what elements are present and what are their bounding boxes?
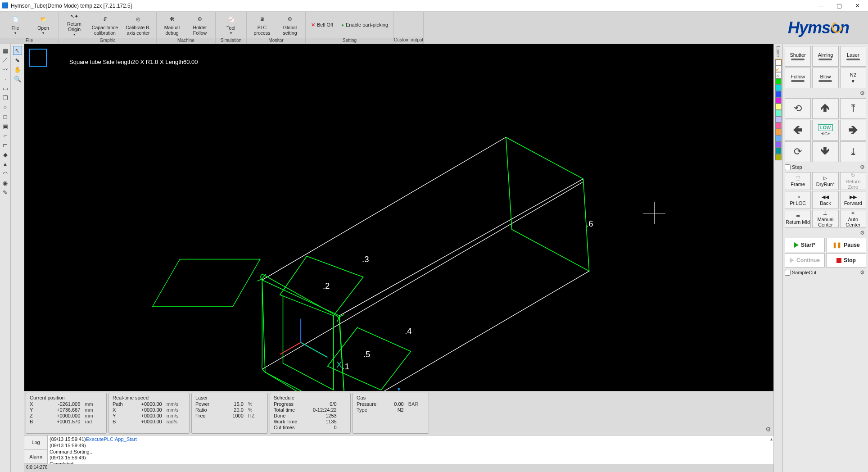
layer-chip[interactable] [775, 104, 782, 110]
btn-pause[interactable]: ❚❚Pause [826, 238, 866, 252]
layer-chip[interactable] [775, 97, 782, 104]
btn-left[interactable]: 🡸 [785, 120, 811, 141]
btn-z-up[interactable]: ⤒ [840, 98, 866, 119]
target2-icon[interactable]: ◉ [1, 178, 10, 187]
flame-icon[interactable]: ▲ [1, 159, 10, 168]
btn-laser[interactable]: Laser [840, 46, 866, 67]
gear-icon[interactable]: ⚙ [860, 164, 866, 170]
layer-chip[interactable]: ✔ [775, 66, 782, 72]
btn-right[interactable]: 🡺 [840, 120, 866, 141]
btn-gas[interactable]: N2▼ [840, 68, 866, 88]
rect-icon[interactable]: ▭ [1, 84, 10, 93]
ribbon-tool[interactable]: 📈Tool▾ [217, 13, 244, 37]
btn-blow[interactable]: Blow [812, 68, 838, 88]
layer-chip[interactable] [775, 78, 782, 85]
layer-chip[interactable] [775, 148, 782, 154]
bracket-icon[interactable]: ⊏ [1, 141, 10, 150]
viewport[interactable]: Square tube Side length20 X R1.8 X Lengt… [24, 44, 773, 391]
ribbon-holder-follow[interactable]: ⚙Holder Follow [186, 13, 213, 37]
btn-manual-center[interactable]: ⊥Manual Center [812, 210, 838, 228]
ribbon-return-origin[interactable]: ↖︎✦Return Origin▾ [61, 13, 88, 37]
hand-icon[interactable]: ✋ [13, 65, 22, 74]
ribbon-global[interactable]: ⚙Global setting [276, 13, 303, 37]
ribbon-cap-calibration[interactable]: ⇵Capacitance calibration [89, 13, 121, 37]
brush-icon[interactable]: ✎ [1, 188, 10, 197]
btn-down[interactable]: 🡻 [812, 141, 838, 162]
curve-icon[interactable]: 〰 [1, 65, 10, 74]
splitter-handle[interactable]: ▼ [397, 387, 401, 392]
ribbon-calibrate-b[interactable]: ◎Calibrate B-axis center [122, 13, 154, 37]
overlap-icon[interactable]: ❐ [1, 93, 10, 102]
btn-return-mid[interactable]: ⇔Return Mid [785, 210, 811, 228]
layer-chip[interactable] [775, 135, 782, 141]
btn-start[interactable]: Start* [785, 238, 825, 252]
arc-icon[interactable]: ◠ [1, 169, 10, 178]
ribbon-plc[interactable]: 🖥PLC process [249, 13, 276, 37]
circle-icon[interactable]: ○ [1, 103, 10, 112]
grid-icon[interactable]: ▦ [1, 46, 10, 55]
status-position: Current position X-0261.005mmY+0736.667m… [26, 393, 107, 434]
layer-chip[interactable] [775, 116, 782, 123]
btn-rotate-ccw[interactable]: ⟲ [785, 98, 811, 119]
ribbon-open[interactable]: 📂Open▾ [30, 13, 57, 37]
layer-chip[interactable] [775, 85, 782, 91]
ribbon-manual-debug[interactable]: 🛠Manual debug [158, 13, 185, 37]
chk-samplecut[interactable]: SampleCut [785, 270, 816, 276]
node-icon[interactable]: ⬊ [13, 55, 22, 64]
btn-stop[interactable]: Stop [826, 253, 866, 268]
btn-pt-loc[interactable]: ⇥Pt LOC [785, 191, 811, 209]
ribbon-enable-part[interactable]: ●Enable part-picking [338, 13, 392, 37]
status-gear-icon[interactable]: ⚙ [764, 425, 772, 434]
status-value: 15.0 [223, 401, 244, 407]
layer-chip[interactable] [775, 91, 782, 97]
btn-shutter[interactable]: Shutter [785, 46, 811, 67]
corner-icon[interactable]: ⌐ [1, 131, 10, 140]
btn-follow[interactable]: Follow [785, 68, 811, 88]
btn-auto-center[interactable]: ✳Auto Center [840, 210, 866, 228]
btn-forward[interactable]: ▶▶Forward [840, 191, 866, 209]
center-icon: ⊥ [823, 210, 827, 216]
btn-continue[interactable]: Continue [785, 253, 825, 268]
btn-low-high[interactable]: LOWHIGH [812, 120, 838, 141]
scroll-up-icon[interactable]: ▴ [770, 436, 773, 442]
log-body[interactable]: ▴ (09/13 15:59:41)ExecutePLC:App_Start(0… [48, 436, 773, 464]
btn-aiming[interactable]: Aiming [812, 46, 838, 67]
chk-step[interactable]: Step [785, 164, 802, 170]
btn-return-zero[interactable]: ↻Return Zero [840, 172, 866, 190]
btn-rotate-cw[interactable]: ⟳ [785, 141, 811, 162]
btn-dryrun[interactable]: ▷DryRun* [812, 172, 838, 190]
layer-chip[interactable] [775, 110, 782, 116]
window-maximize[interactable]: ▢ [830, 0, 848, 11]
status-label: Power [195, 401, 219, 407]
zoom-icon[interactable]: 🔍 [13, 74, 22, 83]
gear-icon[interactable]: ⚙ [860, 269, 866, 276]
gear-icon[interactable]: ⚙ [860, 90, 866, 96]
log-tab-log[interactable]: Log [24, 436, 47, 450]
origin-icon: ↖︎✦ [69, 13, 80, 21]
layer-chip[interactable] [775, 154, 782, 160]
layer-chip[interactable] [775, 141, 782, 148]
layer-chip[interactable] [775, 123, 782, 129]
ribbon-group-custom: Custom output [394, 37, 423, 44]
layer-chip[interactable] [775, 129, 782, 135]
layer-chip[interactable] [775, 59, 782, 66]
btn-frame[interactable]: ⬚Frame [785, 172, 811, 190]
line-icon[interactable]: ／ [1, 55, 10, 64]
dot-icon[interactable]: · [1, 74, 10, 83]
square-icon[interactable]: □ [1, 112, 10, 121]
gear-icon[interactable]: ⚙ [860, 230, 866, 236]
frame-icon[interactable]: ▣ [1, 122, 10, 131]
btn-back[interactable]: ◀◀Back [812, 191, 838, 209]
pointer-icon[interactable]: ↖ [13, 46, 22, 55]
log-tab-alarm[interactable]: Alarm [24, 450, 47, 464]
play-icon: ▷ [823, 175, 827, 181]
drop-icon[interactable]: ◆ [1, 150, 10, 159]
layer-chip[interactable]: ✕ [775, 72, 782, 78]
window-close[interactable]: ✕ [848, 0, 866, 11]
ribbon-bell-off[interactable]: ✕Bell Off [307, 13, 337, 37]
window-minimize[interactable]: — [812, 0, 830, 11]
btn-up[interactable]: 🡹 [812, 98, 838, 119]
right-panel: Shutter Aiming Laser Follow Blow N2▼ ⚙ ⟲… [782, 44, 868, 472]
btn-z-down[interactable]: ⤓ [840, 141, 866, 162]
ribbon-file[interactable]: 📄File▾ [2, 13, 29, 37]
